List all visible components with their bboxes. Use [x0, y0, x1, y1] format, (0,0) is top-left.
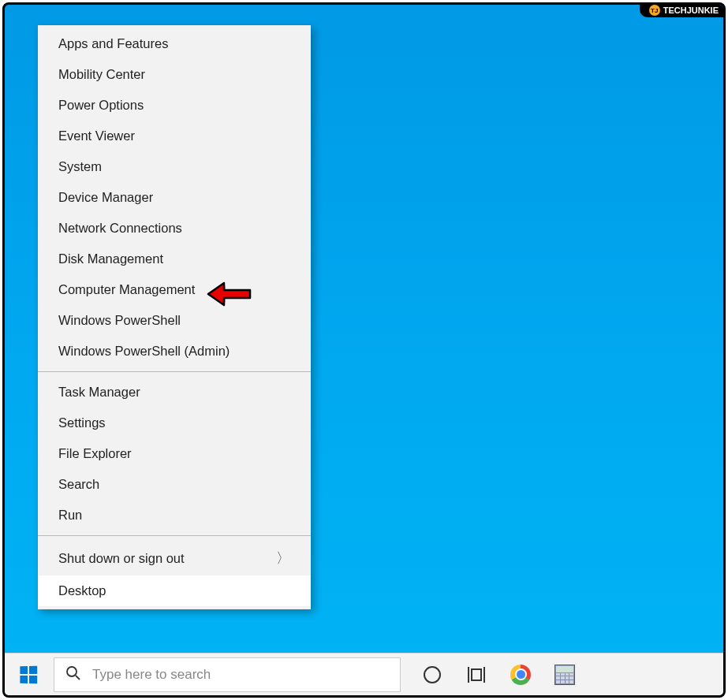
menu-item-label: Shut down or sign out	[58, 551, 185, 566]
menu-item-label: File Explorer	[58, 446, 132, 461]
menu-desktop[interactable]: Desktop	[38, 575, 311, 606]
screenshot-frame: TJ TECHJUNKIE Apps and FeaturesMobility …	[2, 2, 726, 698]
menu-group: Task ManagerSettingsFile ExplorerSearchR…	[38, 374, 311, 534]
menu-windows-powershell-admin[interactable]: Windows PowerShell (Admin)	[38, 336, 311, 367]
menu-item-label: Event Viewer	[58, 128, 135, 143]
search-icon	[65, 665, 81, 684]
chrome-icon	[510, 665, 531, 685]
menu-task-manager[interactable]: Task Manager	[38, 377, 311, 408]
menu-disk-management[interactable]: Disk Management	[38, 244, 311, 274]
menu-divider	[38, 535, 311, 536]
menu-item-label: Windows PowerShell (Admin)	[58, 344, 230, 359]
watermark-badge: TJ TECHJUNKIE	[640, 4, 723, 17]
menu-item-label: Settings	[58, 415, 106, 430]
menu-power-options[interactable]: Power Options	[38, 90, 311, 121]
menu-item-label: System	[58, 159, 102, 174]
menu-system[interactable]: System	[38, 151, 311, 182]
watermark-text: TECHJUNKIE	[663, 6, 719, 15]
menu-item-label: Computer Management	[58, 282, 195, 297]
menu-computer-management[interactable]: Computer Management	[38, 274, 311, 305]
menu-item-label: Apps and Features	[58, 36, 168, 51]
menu-item-label: Power Options	[58, 98, 144, 113]
menu-item-label: Search	[58, 477, 99, 492]
watermark-logo-icon: TJ	[649, 5, 660, 16]
start-button[interactable]	[5, 653, 52, 696]
menu-item-label: Run	[58, 508, 82, 523]
taskbar-icons	[410, 653, 587, 695]
taskbar-search-box[interactable]: Type here to search	[54, 657, 401, 692]
svg-line-1	[76, 676, 80, 680]
svg-point-0	[67, 667, 77, 676]
menu-file-explorer[interactable]: File Explorer	[38, 438, 311, 469]
menu-apps-and-features[interactable]: Apps and Features	[38, 28, 311, 59]
menu-settings[interactable]: Settings	[38, 408, 311, 438]
search-placeholder-text: Type here to search	[92, 667, 211, 683]
task-view-icon	[468, 667, 485, 683]
menu-item-label: Disk Management	[58, 251, 163, 266]
menu-device-manager[interactable]: Device Manager	[38, 182, 311, 213]
cortana-circle-icon	[424, 666, 441, 683]
menu-item-label: Desktop	[58, 583, 106, 598]
chrome-taskbar-button[interactable]	[498, 653, 543, 696]
taskbar: Type here to search	[5, 653, 723, 695]
menu-item-label: Task Manager	[58, 385, 140, 400]
calculator-icon	[554, 665, 575, 685]
cortana-button[interactable]	[410, 653, 454, 696]
task-view-button[interactable]	[454, 653, 498, 696]
menu-event-viewer[interactable]: Event Viewer	[38, 121, 311, 151]
menu-search[interactable]: Search	[38, 469, 311, 500]
menu-group: Apps and FeaturesMobility CenterPower Op…	[38, 25, 311, 370]
menu-item-label: Network Connections	[58, 221, 182, 236]
menu-item-label: Mobility Center	[58, 67, 145, 82]
menu-group: Shut down or sign out〉Desktop	[38, 538, 311, 609]
chevron-right-icon: 〉	[276, 549, 290, 568]
menu-network-connections[interactable]: Network Connections	[38, 213, 311, 244]
menu-windows-powershell[interactable]: Windows PowerShell	[38, 305, 311, 336]
calculator-taskbar-button[interactable]	[543, 653, 587, 696]
winx-context-menu: Apps and FeaturesMobility CenterPower Op…	[38, 25, 311, 609]
menu-shut-down-or-sign-out[interactable]: Shut down or sign out〉	[38, 541, 311, 575]
windows-logo-icon	[20, 665, 37, 683]
menu-run[interactable]: Run	[38, 500, 311, 531]
menu-mobility-center[interactable]: Mobility Center	[38, 59, 311, 90]
menu-item-label: Device Manager	[58, 190, 153, 205]
menu-item-label: Windows PowerShell	[58, 313, 181, 328]
menu-divider	[38, 371, 311, 372]
